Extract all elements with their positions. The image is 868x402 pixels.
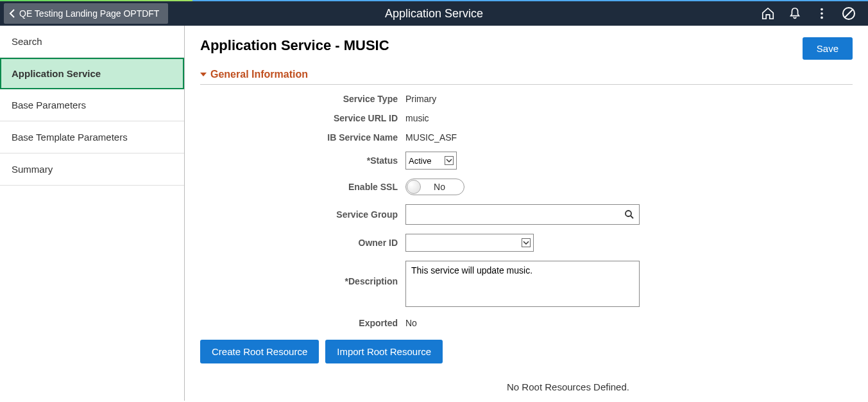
sidebar-item-summary[interactable]: Summary [0,153,184,186]
content-area: Application Service - MUSIC Save General… [185,26,868,401]
owner-id-select[interactable] [405,234,534,252]
svg-line-6 [631,216,633,218]
label-exported: Exported [200,318,405,328]
row-enable-ssl: Enable SSL No [200,179,853,195]
label-service-group: Service Group [200,209,405,220]
save-button[interactable]: Save [803,37,853,60]
label-ib-service-name: IB Service Name [200,132,405,143]
section-divider [200,84,853,85]
row-service-type: Service Type Primary [200,94,853,104]
sidebar-item-label: Base Template Parameters [12,132,128,143]
sidebar-item-search[interactable]: Search [0,26,184,58]
back-button[interactable]: QE Testing Landing Page OPTDFT [4,3,168,24]
more-vert-icon[interactable] [814,6,830,21]
sidebar-item-application-service[interactable]: Application Service [0,58,184,89]
svg-point-2 [821,17,823,19]
content-header: Application Service - MUSIC Save [185,26,868,62]
chevron-left-icon [9,9,15,18]
label-service-type: Service Type [200,94,405,104]
sidebar-item-label: Search [12,36,42,47]
svg-line-4 [845,10,853,17]
svg-point-0 [821,8,823,11]
row-service-group: Service Group [200,204,853,225]
row-ib-service-name: IB Service Name MUSIC_ASF [200,132,853,143]
button-row: Create Root Resource Import Root Resourc… [185,337,868,366]
section-title: General Information [210,69,308,80]
header-title: Application Service [385,7,483,21]
sidebar-item-label: Base Parameters [12,100,86,110]
service-group-lookup [405,204,640,225]
toggle-knob [407,180,421,194]
sidebar-item-base-template-parameters[interactable]: Base Template Parameters [0,121,184,153]
collapse-arrow-icon [200,73,207,76]
value-service-url-id: music [405,113,429,123]
home-icon[interactable] [760,6,776,21]
sidebar: Search Application Service Base Paramete… [0,26,185,401]
header-icons [760,6,868,21]
status-select[interactable]: Active [405,152,457,170]
value-ib-service-name: MUSIC_ASF [405,132,457,143]
page-title: Application Service - MUSIC [200,37,389,54]
row-exported: Exported No [200,318,853,328]
no-root-resources-message: No Root Resources Defined. [268,366,868,401]
main-layout: Search Application Service Base Paramete… [0,26,868,401]
sidebar-item-base-parameters[interactable]: Base Parameters [0,89,184,121]
svg-point-1 [821,12,823,15]
enable-ssl-toggle[interactable]: No [405,179,464,195]
value-exported: No [405,318,417,328]
value-service-type: Primary [405,94,436,104]
search-icon[interactable] [620,209,639,220]
create-root-resource-button[interactable]: Create Root Resource [200,340,319,363]
label-description: Description [200,261,405,286]
service-group-input[interactable] [406,205,620,224]
bell-icon[interactable] [787,6,803,21]
label-service-url-id: Service URL ID [200,113,405,123]
label-status: Status [200,155,405,166]
sidebar-item-label: Summary [12,164,53,175]
blocked-icon[interactable] [841,6,856,21]
form-table: Service Type Primary Service URL ID musi… [200,94,853,328]
label-owner-id: Owner ID [200,238,405,248]
row-service-url-id: Service URL ID music [200,113,853,123]
row-description: Description [200,261,853,309]
sidebar-item-label: Application Service [12,68,101,79]
row-owner-id: Owner ID [200,234,853,252]
label-enable-ssl: Enable SSL [200,182,405,192]
description-textarea[interactable] [405,261,640,307]
back-label: QE Testing Landing Page OPTDFT [19,8,159,19]
import-root-resource-button[interactable]: Import Root Resource [325,340,443,363]
row-status: Status Active [200,152,853,170]
section-header-general-info[interactable]: General Information [185,62,868,84]
svg-point-5 [625,211,631,216]
top-header: QE Testing Landing Page OPTDFT Applicati… [0,0,868,26]
